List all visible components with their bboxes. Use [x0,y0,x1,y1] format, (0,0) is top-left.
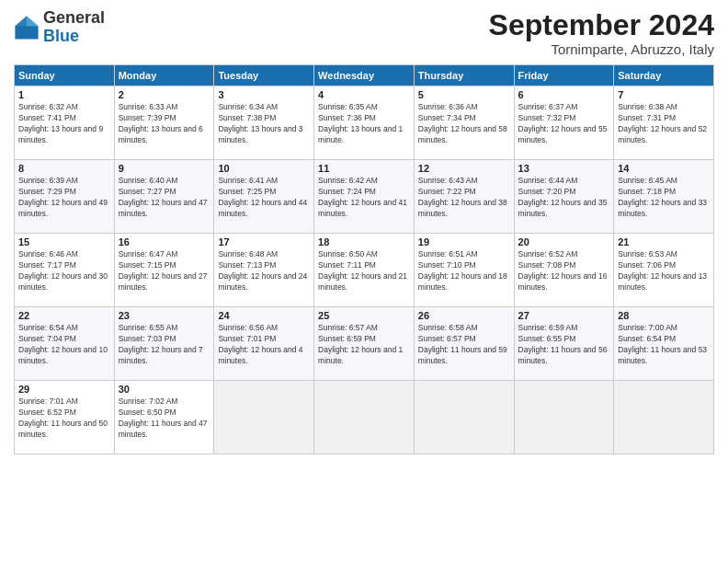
day-number: 27 [518,310,610,321]
day-number: 28 [618,310,710,321]
location: Tornimparte, Abruzzo, Italy [489,41,714,57]
table-row: 3Sunrise: 6:34 AMSunset: 7:38 PMDaylight… [214,86,314,160]
table-row: 2Sunrise: 6:33 AMSunset: 7:39 PMDaylight… [114,86,214,160]
day-number: 15 [18,236,110,247]
day-info: Sunrise: 6:50 AMSunset: 7:11 PMDaylight:… [318,249,410,293]
day-info: Sunrise: 6:55 AMSunset: 7:03 PMDaylight:… [119,323,210,367]
day-number: 17 [218,236,310,247]
day-info: Sunrise: 6:34 AMSunset: 7:38 PMDaylight:… [218,102,310,146]
table-row [314,381,415,454]
calendar-header-row: Sunday Monday Tuesday Wednesday Thursday… [15,65,714,86]
table-row: 13Sunrise: 6:44 AMSunset: 7:20 PMDayligh… [514,160,614,234]
col-monday: Monday [114,65,214,86]
day-number: 4 [318,89,410,100]
table-row [414,381,514,454]
day-info: Sunrise: 6:36 AMSunset: 7:34 PMDaylight:… [418,102,510,146]
day-number: 14 [618,163,710,174]
day-number: 19 [418,236,510,247]
table-row: 10Sunrise: 6:41 AMSunset: 7:25 PMDayligh… [214,160,314,234]
day-number: 29 [18,384,110,395]
table-row: 29Sunrise: 7:01 AMSunset: 6:52 PMDayligh… [15,381,115,454]
day-info: Sunrise: 7:02 AMSunset: 6:50 PMDaylight:… [119,396,210,441]
day-info: Sunrise: 6:52 AMSunset: 7:08 PMDaylight:… [518,249,610,293]
table-row: 26Sunrise: 6:58 AMSunset: 6:57 PMDayligh… [414,307,514,381]
day-info: Sunrise: 6:41 AMSunset: 7:25 PMDaylight:… [218,176,310,220]
day-number: 16 [119,236,210,247]
day-number: 26 [418,310,510,321]
day-info: Sunrise: 6:42 AMSunset: 7:24 PMDaylight:… [318,176,410,220]
day-number: 8 [18,163,110,174]
day-info: Sunrise: 6:38 AMSunset: 7:31 PMDaylight:… [618,102,710,146]
day-info: Sunrise: 7:00 AMSunset: 6:54 PMDaylight:… [618,323,710,367]
table-row: 14Sunrise: 6:45 AMSunset: 7:18 PMDayligh… [614,160,714,234]
table-row: 5Sunrise: 6:36 AMSunset: 7:34 PMDaylight… [414,86,514,160]
logo-text: General Blue [43,9,105,46]
table-row: 6Sunrise: 6:37 AMSunset: 7:32 PMDaylight… [514,86,614,160]
col-tuesday: Tuesday [214,65,314,86]
table-row: 11Sunrise: 6:42 AMSunset: 7:24 PMDayligh… [314,160,415,234]
calendar-week-row: 29Sunrise: 7:01 AMSunset: 6:52 PMDayligh… [15,381,714,454]
day-info: Sunrise: 6:37 AMSunset: 7:32 PMDaylight:… [518,102,610,146]
table-row: 18Sunrise: 6:50 AMSunset: 7:11 PMDayligh… [314,234,415,307]
day-number: 7 [618,89,710,100]
day-info: Sunrise: 6:45 AMSunset: 7:18 PMDaylight:… [618,176,710,220]
table-row: 1Sunrise: 6:32 AMSunset: 7:41 PMDaylight… [15,86,115,160]
day-info: Sunrise: 6:56 AMSunset: 7:01 PMDaylight:… [218,323,310,367]
day-info: Sunrise: 6:53 AMSunset: 7:06 PMDaylight:… [618,249,710,293]
day-number: 21 [618,236,710,247]
logo-general: General [43,9,105,28]
title-block: September 2024 Tornimparte, Abruzzo, Ita… [489,9,714,57]
day-info: Sunrise: 6:51 AMSunset: 7:10 PMDaylight:… [418,249,510,293]
day-number: 22 [18,310,110,321]
table-row: 23Sunrise: 6:55 AMSunset: 7:03 PMDayligh… [114,307,214,381]
day-number: 1 [18,89,110,100]
table-row: 28Sunrise: 7:00 AMSunset: 6:54 PMDayligh… [614,307,714,381]
day-number: 5 [418,89,510,100]
month-title: September 2024 [489,9,714,41]
table-row [514,381,614,454]
page-header: General Blue September 2024 Tornimparte,… [14,9,714,57]
col-wednesday: Wednesday [314,65,415,86]
day-number: 25 [318,310,410,321]
day-number: 10 [218,163,310,174]
day-info: Sunrise: 6:54 AMSunset: 7:04 PMDaylight:… [18,323,110,367]
calendar-table: Sunday Monday Tuesday Wednesday Thursday… [14,64,714,454]
day-info: Sunrise: 6:39 AMSunset: 7:29 PMDaylight:… [18,176,110,220]
table-row: 16Sunrise: 6:47 AMSunset: 7:15 PMDayligh… [114,234,214,307]
table-row: 22Sunrise: 6:54 AMSunset: 7:04 PMDayligh… [15,307,115,381]
table-row: 4Sunrise: 6:35 AMSunset: 7:36 PMDaylight… [314,86,415,160]
calendar-week-row: 15Sunrise: 6:46 AMSunset: 7:17 PMDayligh… [15,234,714,307]
day-info: Sunrise: 6:57 AMSunset: 6:59 PMDaylight:… [318,323,410,367]
calendar-page: General Blue September 2024 Tornimparte,… [0,0,728,563]
day-number: 2 [119,89,210,100]
logo-blue: Blue [43,28,105,46]
table-row: 20Sunrise: 6:52 AMSunset: 7:08 PMDayligh… [514,234,614,307]
col-thursday: Thursday [414,65,514,86]
table-row: 21Sunrise: 6:53 AMSunset: 7:06 PMDayligh… [614,234,714,307]
day-number: 11 [318,163,410,174]
table-row: 7Sunrise: 6:38 AMSunset: 7:31 PMDaylight… [614,86,714,160]
table-row: 25Sunrise: 6:57 AMSunset: 6:59 PMDayligh… [314,307,415,381]
day-info: Sunrise: 6:47 AMSunset: 7:15 PMDaylight:… [119,249,210,293]
day-info: Sunrise: 7:01 AMSunset: 6:52 PMDaylight:… [18,396,110,441]
day-info: Sunrise: 6:40 AMSunset: 7:27 PMDaylight:… [119,176,210,220]
day-number: 23 [119,310,210,321]
table-row: 24Sunrise: 6:56 AMSunset: 7:01 PMDayligh… [214,307,314,381]
day-number: 9 [119,163,210,174]
day-number: 20 [518,236,610,247]
table-row [614,381,714,454]
day-info: Sunrise: 6:33 AMSunset: 7:39 PMDaylight:… [119,102,210,146]
logo: General Blue [14,9,105,46]
table-row [214,381,314,454]
table-row: 27Sunrise: 6:59 AMSunset: 6:55 PMDayligh… [514,307,614,381]
day-number: 6 [518,89,610,100]
day-info: Sunrise: 6:59 AMSunset: 6:55 PMDaylight:… [518,323,610,367]
table-row: 30Sunrise: 7:02 AMSunset: 6:50 PMDayligh… [114,381,214,454]
day-number: 30 [119,384,210,395]
day-info: Sunrise: 6:32 AMSunset: 7:41 PMDaylight:… [18,102,110,146]
day-number: 12 [418,163,510,174]
day-info: Sunrise: 6:44 AMSunset: 7:20 PMDaylight:… [518,176,610,220]
day-info: Sunrise: 6:43 AMSunset: 7:22 PMDaylight:… [418,176,510,220]
table-row: 17Sunrise: 6:48 AMSunset: 7:13 PMDayligh… [214,234,314,307]
day-info: Sunrise: 6:35 AMSunset: 7:36 PMDaylight:… [318,102,410,146]
